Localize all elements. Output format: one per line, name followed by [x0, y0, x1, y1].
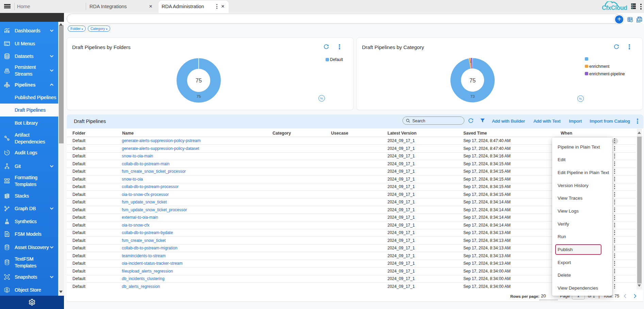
- svg-text:75: 75: [196, 77, 202, 83]
- svg-text:75: 75: [469, 77, 476, 83]
- svg-text:CfxCloud: CfxCloud: [602, 4, 627, 11]
- svg-text:73: 73: [470, 94, 475, 98]
- svg-text:1: 1: [469, 60, 471, 63]
- svg-text:75: 75: [197, 94, 201, 98]
